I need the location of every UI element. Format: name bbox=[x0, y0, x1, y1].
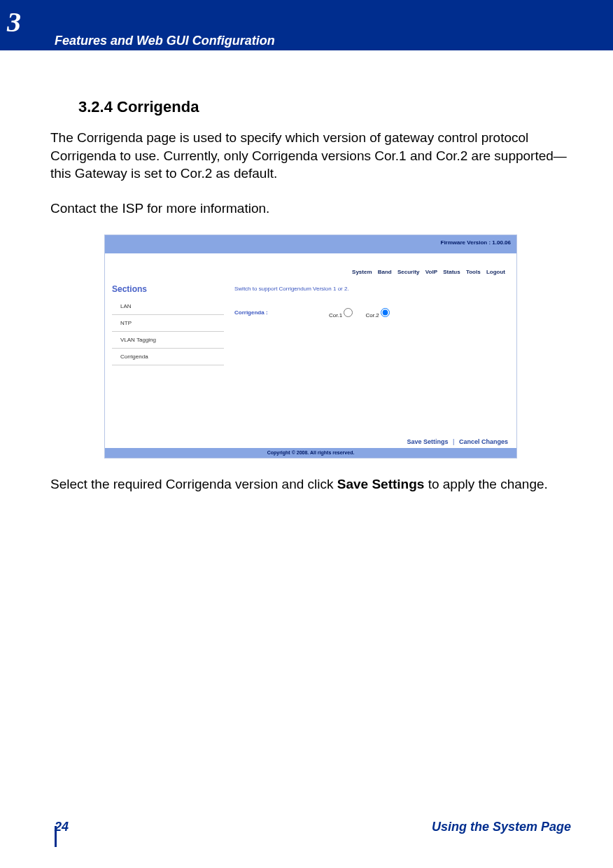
copyright-bar: Copyright © 2008. All rights reserved. bbox=[105, 448, 516, 458]
nav-tools[interactable]: Tools bbox=[466, 269, 481, 275]
action-separator: | bbox=[453, 438, 455, 445]
sidebar-item-corrigenda[interactable]: Corrigenda bbox=[112, 349, 224, 365]
nav-band[interactable]: Band bbox=[378, 269, 392, 275]
gui-screenshot: Firmware Version : 1.00.06 System Band S… bbox=[104, 234, 517, 458]
chapter-title: Features and Web GUI Configuration bbox=[55, 34, 275, 48]
sidebar-item-lan[interactable]: LAN bbox=[112, 298, 224, 315]
nav-security[interactable]: Security bbox=[397, 269, 420, 275]
radio-cor2-text: Cor.2 bbox=[366, 312, 379, 318]
sidebar-item-vlan[interactable]: VLAN Tagging bbox=[112, 332, 224, 349]
nav-system[interactable]: System bbox=[352, 269, 372, 275]
radio-cor1-label[interactable]: Cor.1 bbox=[329, 312, 355, 318]
sidebar: Sections LAN NTP VLAN Tagging Corrigenda bbox=[112, 284, 224, 365]
firmware-bar: Firmware Version : 1.00.06 bbox=[105, 235, 516, 253]
radio-cor2-label[interactable]: Cor.2 bbox=[366, 312, 390, 318]
radio-cor1-text: Cor.1 bbox=[329, 312, 342, 318]
radio-cor1[interactable] bbox=[344, 308, 353, 317]
corrigenda-label: Corrigenda : bbox=[234, 309, 268, 316]
chapter-banner: 3 Features and Web GUI Configuration bbox=[0, 0, 613, 50]
paragraph-2: Contact the ISP for more information. bbox=[50, 200, 571, 218]
save-settings-link[interactable]: Save Settings bbox=[407, 438, 448, 445]
nav-voip[interactable]: VoIP bbox=[425, 269, 437, 275]
nav-logout[interactable]: Logout bbox=[486, 269, 505, 275]
paragraph-1: The Corrigenda page is used to specify w… bbox=[50, 129, 571, 183]
paragraph-3: Select the required Corrigenda version a… bbox=[50, 475, 571, 493]
nav-status[interactable]: Status bbox=[443, 269, 460, 275]
cancel-changes-link[interactable]: Cancel Changes bbox=[459, 438, 508, 445]
sidebar-item-ntp[interactable]: NTP bbox=[112, 315, 224, 332]
footer-rule bbox=[55, 826, 69, 847]
para3-bold: Save Settings bbox=[337, 477, 425, 491]
content-area: 3.2.4 Corrigenda The Corrigenda page is … bbox=[50, 98, 571, 510]
section-heading: 3.2.4 Corrigenda bbox=[78, 98, 571, 116]
screenshot-wrapper: Firmware Version : 1.00.06 System Band S… bbox=[104, 234, 517, 458]
corrigenda-radio-group: Cor.1 Cor.2 bbox=[329, 308, 401, 318]
footer-section-title: Using the System Page bbox=[432, 820, 571, 834]
sections-heading: Sections bbox=[112, 284, 224, 294]
action-bar: Save Settings | Cancel Changes bbox=[407, 438, 508, 445]
hint-text: Switch to support Corrigendum Version 1 … bbox=[234, 286, 349, 292]
top-nav: System Band Security VoIP Status Tools L… bbox=[231, 269, 509, 275]
firmware-version: Firmware Version : 1.00.06 bbox=[441, 239, 512, 246]
chapter-number: 3 bbox=[7, 6, 21, 38]
page-footer: 24 Using the System Page bbox=[55, 820, 571, 834]
para3-pre: Select the required Corrigenda version a… bbox=[50, 477, 337, 491]
para3-post: to apply the change. bbox=[424, 477, 547, 491]
page-container: 3 Features and Web GUI Configuration 3.2… bbox=[0, 0, 613, 868]
radio-cor2[interactable] bbox=[381, 308, 390, 317]
